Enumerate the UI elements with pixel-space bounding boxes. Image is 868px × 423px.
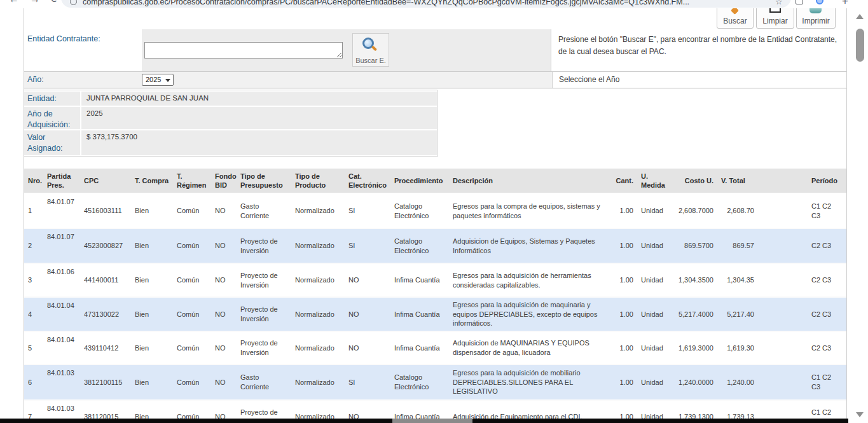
cell-partida-pres: 84.01.07 [43,228,80,263]
anio-label: Año: [27,75,44,84]
cell-cpc: 3812100115 [80,364,131,400]
buscar-e-label: Buscar E. [353,57,389,64]
cell-fondo-bid: NO [211,193,237,228]
col-header-tipo-presupuesto: Tipo de Presupuesto [237,169,291,193]
cell-fondo-bid: NO [211,228,237,263]
col-header-costo-u: Costo U. [670,169,717,193]
cell-u-medida: Unidad [637,297,670,331]
cell-t-compra: Bien [131,364,173,400]
cell-cant: 1.00 [612,193,637,228]
cell-partida-pres: 84.01.04 [43,297,80,331]
entidad-contratante-label: Entidad Contratante: [27,34,100,43]
cell-u-medida: Unidad [637,228,670,263]
cell-nro: 5 [24,331,43,364]
cell-periodo: C1 C2 C3 [758,400,846,419]
cell-t-compra: Bien [131,331,173,364]
cell-fondo-bid: NO [211,297,237,331]
url-text[interactable]: compraspublicas.gob.ec/ProcesoContrataci… [83,0,689,6]
cell-procedimiento: Catalogo Electrónico [390,228,449,263]
table-row: 584.01.04439110412BienComúnNOProyecto de… [24,331,846,364]
cell-fondo-bid: NO [211,331,237,364]
back-icon[interactable]: ← [9,0,19,4]
limpiar-button[interactable]: Limpiar [756,8,794,29]
cell-tipo-producto: Normalizado [291,364,345,400]
scroll-up-icon[interactable] [856,14,864,19]
cell-v-total: 869.57 [717,228,758,263]
cell-costo-u: 1,240.0000 [670,364,717,400]
cell-cant: 1.00 [612,297,637,331]
limpiar-button-label: Limpiar [757,17,794,25]
cell-partida-pres: 84.01.03 [43,400,80,419]
col-header-tipo-producto: Tipo de Producto [291,169,345,193]
cell-cat-electronico: SI [345,228,390,263]
cell-u-medida: Unidad [637,400,670,419]
cell-partida-pres: 84.01.06 [43,263,80,297]
table-row: 484.01.04473130022BienComúnNOProyecto de… [24,297,846,331]
cell-tipo-presupuesto: Proyecto de Inversión [237,400,291,419]
cell-t-compra: Bien [131,228,173,263]
entidad-contratante-row: Entidad Contratante: Buscar E. Presione … [24,29,846,71]
cell-t-compra: Bien [131,400,173,419]
imprimir-button[interactable]: Imprimir [796,8,836,29]
cell-nro: 3 [24,263,43,297]
cell-cant: 1.00 [612,331,637,364]
col-header-t-regimen: T. Régimen [173,169,211,193]
anio-help-text: Seleccione el Año [552,72,846,88]
cell-cant: 1.00 [612,400,637,419]
buscar-button[interactable]: Buscar [717,8,754,29]
scroll-down-icon[interactable] [856,412,864,417]
col-header-cpc: CPC [80,169,131,193]
cell-cat-electronico: NO [345,331,390,364]
cell-cat-electronico: SI [345,193,390,228]
cell-tipo-presupuesto: Proyecto de Inversión [237,297,291,331]
cell-tipo-producto: Normalizado [291,400,345,419]
cell-t-regimen: Común [173,400,211,419]
entidad-contratante-input[interactable] [144,42,343,59]
reload-icon[interactable]: ⟳ [51,0,59,4]
cell-periodo: C2 C3 [758,331,846,364]
cell-partida-pres: 84.01.04 [43,331,80,364]
col-header-cat-electronico: Cat. Electrónico [345,169,390,193]
pac-table: Nro.Partida Pres.CPCT. CompraT. RégimenF… [24,169,846,419]
cell-descripcion: Adquisición de Equipamiento para el CDI. [449,400,612,419]
cell-descripcion: Adquisicion de MAQUINARIAS Y EQUIPOS dis… [449,331,612,364]
cell-procedimiento: Catalogo Electrónico [390,364,449,400]
cell-nro: 1 [24,193,43,228]
browser-menu-icon[interactable]: + [842,0,848,8]
cell-t-compra: Bien [131,297,173,331]
cell-tipo-producto: Normalizado [291,228,345,263]
buscar-e-button[interactable]: Buscar E. [352,33,389,67]
content-frame: Buscar Limpiar Imprimir Entidad Contrata… [24,8,847,419]
cell-nro: 6 [24,364,43,400]
cell-t-regimen: Común [173,228,211,263]
cell-t-regimen: Común [173,364,211,400]
eraser-icon [768,8,782,14]
cell-t-regimen: Común [173,331,211,364]
col-header-cant: Cant. [612,169,637,193]
cell-periodo: C2 C3 [758,228,846,263]
col-header-partida-pres: Partida Pres. [43,169,80,193]
cell-periodo: C1 C2 C3 [758,364,846,400]
cell-t-compra: Bien [131,193,173,228]
cell-cant: 1.00 [612,263,637,297]
col-header-descripcion: Descripción [449,169,612,193]
col-header-procedimiento: Procedimiento [390,169,449,193]
forward-icon[interactable]: → [30,0,40,4]
scrollbar-thumb[interactable] [856,29,864,62]
cell-nro: 7 [24,400,43,419]
table-row: 284.01.074523000827BienComúnNOProyecto d… [24,228,846,263]
chevron-down-icon [165,79,170,82]
vertical-scrollbar[interactable] [848,8,868,423]
info-value: $ 373,175.3700 [81,130,437,155]
anio-select[interactable]: 2025 [142,74,174,86]
cell-t-compra: Bien [131,263,173,297]
bookmark-star-icon[interactable]: ☆ [775,0,783,6]
cell-v-total: 2,608.70 [717,193,758,228]
cell-u-medida: Unidad [637,364,670,400]
cell-descripcion: Egresos para la adquisición de maquinari… [449,297,612,331]
profile-avatar[interactable] [816,0,823,4]
side-panel-icon[interactable] [796,0,803,4]
cell-partida-pres: 84.01.03 [43,364,80,400]
cell-v-total: 1,619.30 [717,331,758,364]
info-label: Entidad: [24,92,80,106]
